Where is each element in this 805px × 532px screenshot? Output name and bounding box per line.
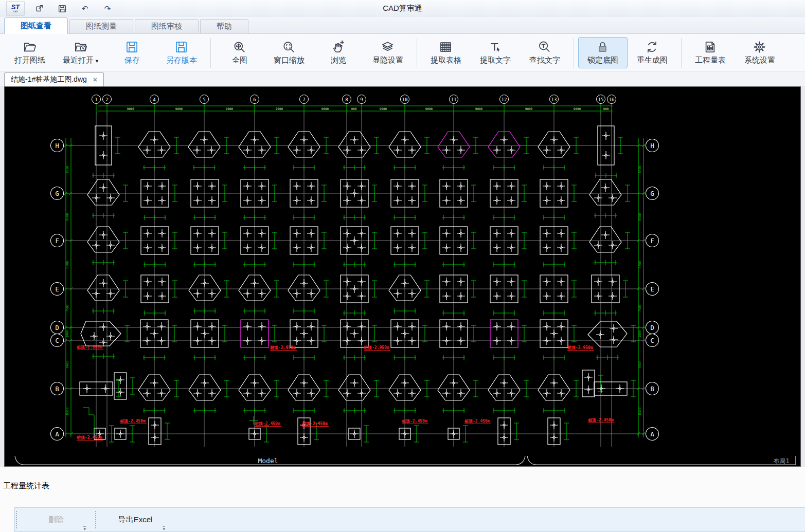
pile-cap [540,227,577,267]
pile-cap [81,321,130,359]
tool-label: 另存版本 [166,56,197,65]
pile-cap [138,375,179,413]
pile-cap [341,179,377,220]
layout-tab-outline[interactable] [527,456,796,465]
tab-图纸查看[interactable]: 图纸查看 [4,17,68,34]
tool-窗口缩放[interactable]: 窗口缩放 [264,37,314,68]
redo-icon[interactable]: ↷ [100,2,115,15]
tool-全图[interactable]: 全图 [215,37,264,68]
close-icon[interactable]: × [93,76,97,84]
pile-cap [389,275,430,314]
svg-text:11: 11 [451,97,457,102]
pile-cap [239,132,279,170]
zoom-window-icon [282,40,296,54]
svg-text:E: E [55,286,59,293]
pile-cap [540,179,577,220]
toolbar-separator [417,38,417,68]
pile-cap [389,132,430,170]
tool-查找文字[interactable]: 查找文字 [520,37,569,68]
lock-icon [596,40,610,54]
title-bar: ST cad ↶ ↷ CAD算审通 [0,0,805,17]
tool-另存版本[interactable]: 另存版本 [157,37,206,68]
tool-锁定底图[interactable]: 锁定底图 [578,37,628,68]
pile-cap [341,275,377,316]
pile-cap [595,126,623,178]
svg-text:8600: 8600 [638,213,641,221]
svg-text:B: B [650,386,654,393]
tab-图纸测量[interactable]: 图纸测量 [69,19,133,33]
pile-cap [391,179,427,220]
svg-text:7500: 7500 [638,304,641,312]
svg-text:桩顶-2.950m: 桩顶-2.950m [270,345,296,350]
svg-text:9: 9 [360,97,363,102]
layers-icon [381,40,395,54]
dropdown-caret-icon[interactable]: ▾ [83,526,86,531]
svg-text:A: A [55,431,59,438]
floppy-icon [174,40,188,54]
save-icon[interactable] [55,2,70,15]
pile-cap [241,320,277,360]
svg-text:桩顶-2.450m: 桩顶-2.450m [76,435,102,440]
pile-cap [488,132,529,170]
pile-cap [438,375,478,413]
svg-text:桩顶-2.450m: 桩顶-2.450m [587,418,614,423]
pile-cap [114,373,135,399]
pile-cap [87,227,128,265]
undo-icon[interactable]: ↶ [77,2,93,15]
svg-text:C: C [650,337,654,344]
pile-cap [290,227,327,267]
pile-cap [592,275,628,316]
app-logo: ST cad [6,1,25,16]
svg-text:15: 15 [598,97,604,102]
tool-最近打开[interactable]: 最近打开▼ [55,37,108,68]
tool-label: 浏览 [331,56,346,65]
pile-cap [149,418,170,445]
pile-cap [141,179,177,220]
export-excel-button[interactable]: 导出Excel ▾ [97,508,173,531]
tool-label: 重生成图 [637,56,668,65]
pile-cap [141,275,177,316]
tool-打开图纸[interactable]: 打开图纸 [5,37,55,68]
pile-cap [538,375,579,413]
tab-帮助[interactable]: 帮助 [200,19,248,33]
tool-浏览[interactable]: 浏览 [314,37,363,68]
svg-text:7: 7 [302,97,305,102]
pile-cap [440,227,476,267]
delete-button[interactable]: 删除 ▾ [18,508,94,531]
svg-text:8300: 8300 [638,407,641,415]
svg-text:1000: 1000 [65,330,69,338]
layout-tab-label: 布局1 [773,457,789,465]
regenerate-icon [645,40,659,54]
tool-label: 保存 [124,56,140,65]
tool-重生成图[interactable]: 重生成图 [628,37,677,68]
svg-text:桩顶-2.950m: 桩顶-2.950m [567,345,593,350]
tool-工程量表[interactable]: 工程量表 [686,37,735,68]
tool-系统设置[interactable]: 系统设置 [735,37,784,68]
svg-text:7500: 7500 [65,304,69,312]
document-tab[interactable]: 结施-1#桩基施工图.dwg × [4,72,104,86]
pile-cap [140,320,177,360]
dropdown-caret-icon[interactable]: ▾ [163,526,165,531]
svg-text:桩顶-2.450m: 桩顶-2.450m [401,419,427,424]
pile-cap [341,320,377,360]
pile-cap [588,321,636,360]
cad-drawing[interactable]: 12456789101112131516HHGGFFEEDDCCBBAA9000… [5,87,800,466]
export-icon[interactable] [32,2,47,15]
tool-提取表格[interactable]: 提取表格 [421,37,471,68]
tool-保存[interactable]: 保存 [108,37,157,68]
tool-label: 全图 [232,56,247,65]
ribbon-tab-bar: 图纸查看图纸测量图纸审核帮助 [0,17,805,34]
cad-canvas[interactable]: 12456789101112131516HHGGFFEEDDCCBBAA9000… [4,86,801,467]
tab-图纸审核[interactable]: 图纸审核 [135,19,199,33]
tool-显隐设置[interactable]: 显隐设置 [363,37,413,68]
pile-cap [490,227,527,267]
svg-text:900: 900 [603,107,609,111]
extract-text-icon [488,40,502,54]
svg-text:1000: 1000 [638,330,641,338]
pile-cap [498,418,519,445]
toolbar-separator [574,38,574,68]
floppy-icon [125,40,139,54]
tool-提取文字[interactable]: 提取文字 [471,37,520,68]
svg-text:G: G [650,190,654,197]
pile-cap [288,375,329,413]
